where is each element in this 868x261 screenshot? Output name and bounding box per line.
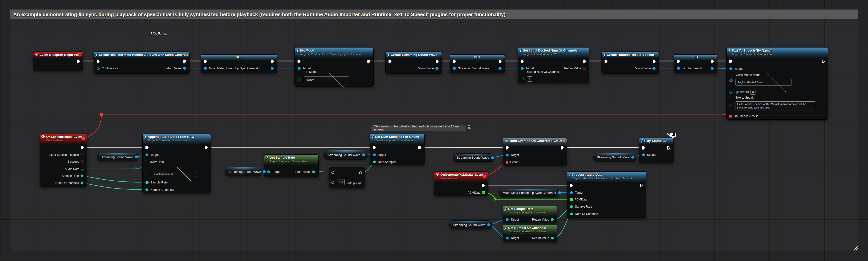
streaming-sound-wave-out-pin[interactable] xyxy=(135,156,138,158)
speaker-id-pin[interactable] xyxy=(730,91,733,94)
streaming-sound-wave-out-pin[interactable] xyxy=(491,156,494,159)
node-on-generate[interactable]: OnGeneratePCMData_EventCustom EventPCMDa… xyxy=(434,172,488,196)
exec-pin[interactable] xyxy=(561,146,564,150)
exec-pin[interactable] xyxy=(77,60,80,63)
node-set-ssw-var[interactable]: SETStreaming Sound Wave xyxy=(450,54,505,73)
target-pin[interactable] xyxy=(298,67,301,70)
node-comment-bubble[interactable]: This needs to be called so that audio is… xyxy=(371,125,466,132)
node-begin-play[interactable]: Event Blueprint Begin Play xyxy=(33,51,83,71)
target-pin[interactable] xyxy=(506,154,509,156)
desired-num-of-channels-box[interactable]: 1 xyxy=(527,76,532,81)
num-of-channels-pin[interactable] xyxy=(81,182,84,184)
node-create-lipsync[interactable]: ƒCreate Realistic Meta Human Lip Sync wi… xyxy=(94,51,189,74)
target-pin[interactable] xyxy=(146,153,149,156)
speaker-id-input[interactable]: 0 xyxy=(750,90,755,95)
num-samples-pin[interactable] xyxy=(373,160,376,163)
return-value-pin[interactable] xyxy=(183,67,186,70)
desired-num-of-channels-pin[interactable] xyxy=(521,78,524,80)
num-of-channels-pin[interactable] xyxy=(570,213,573,215)
on-speech-result-pin[interactable] xyxy=(730,115,732,117)
node-get-sample-rate-1[interactable]: ƒGet Sample RateTarget is Imported Sound… xyxy=(264,154,319,177)
in-mood-dropdown[interactable]: Happy xyxy=(304,76,349,83)
return-value-pin[interactable] xyxy=(435,67,439,70)
pill-ssw-6[interactable]: Streaming Sound Wave xyxy=(453,153,494,162)
text-to-speak-pin[interactable] xyxy=(730,105,733,107)
exec-pin[interactable] xyxy=(81,146,84,149)
exec-pin[interactable] xyxy=(711,60,714,63)
exec-pin[interactable] xyxy=(668,146,671,150)
return-value-pin[interactable] xyxy=(652,67,656,70)
pill-mood[interactable]: Mood Meta Human Lip Sync Generator xyxy=(499,189,559,197)
exec-pin[interactable] xyxy=(205,146,208,149)
target-pin[interactable] xyxy=(570,191,573,194)
node-bind-event[interactable]: Bind Event to On Generate PCMDataTargetE… xyxy=(503,138,567,165)
voice-model-name-pin[interactable] xyxy=(730,79,733,82)
comment-bubble-icons[interactable] xyxy=(468,125,470,130)
mood-meta-human-lip-sync-generator-out-pin[interactable] xyxy=(558,191,561,194)
divide-node[interactable]: ÷ 100 Add pin ⊕ xyxy=(329,167,365,188)
output-delegate-pin[interactable] xyxy=(483,175,486,178)
exec-pin[interactable] xyxy=(653,60,656,63)
node-set-mood[interactable]: ƒSet MoodTarget is Realistic Meta Human … xyxy=(294,47,374,86)
exec-pin[interactable] xyxy=(271,60,274,63)
target-pin[interactable] xyxy=(373,153,376,156)
streaming-sound-wave-out-pin[interactable] xyxy=(631,156,634,159)
exec-pin[interactable] xyxy=(499,60,502,63)
exec-pin[interactable] xyxy=(640,184,643,187)
exec-pin[interactable] xyxy=(436,60,439,63)
reroute-knot-delegate[interactable] xyxy=(100,113,103,116)
node-set-num-samples[interactable]: ƒSet Num Samples Per ChunkTarget is Impo… xyxy=(370,134,425,165)
success-pin[interactable] xyxy=(81,160,84,163)
exec-pin[interactable] xyxy=(583,60,586,63)
object-pin[interactable] xyxy=(711,67,714,70)
node-tts[interactable]: ƒText To Speech (By Name)Target is Runti… xyxy=(726,47,828,120)
raw-data-pin[interactable] xyxy=(146,160,148,163)
node-set-mood-var[interactable]: SETMood Meta Human Lip Sync Generator xyxy=(201,54,277,73)
audio-data-pin[interactable] xyxy=(81,167,84,171)
pcmdata-pin[interactable] xyxy=(570,198,573,201)
node-append-raw[interactable]: ƒAppend Audio Data From RAWTarget is Str… xyxy=(143,134,211,193)
add-pin-button[interactable]: Add pin ⊕ xyxy=(347,181,361,185)
pill-ssw-2[interactable]: Streaming Sound Wave xyxy=(225,167,261,176)
comment-header[interactable]: An example demonstrating lip sync during… xyxy=(10,9,858,20)
sound-pin[interactable] xyxy=(642,153,645,156)
node-set-channels[interactable]: ƒSet Initial Desired Num Of ChannelsTarg… xyxy=(518,47,589,83)
text-to-speech-instance-pin[interactable] xyxy=(81,153,84,156)
node-set-tts-var[interactable]: SETText to Speech xyxy=(674,54,717,73)
exec-pin[interactable] xyxy=(183,60,186,63)
object-pin[interactable] xyxy=(271,67,274,70)
streaming-sound-wave-out-pin[interactable] xyxy=(487,223,491,226)
exec-pin[interactable] xyxy=(822,60,825,63)
output-delegate-pin[interactable] xyxy=(79,53,81,56)
divide-input-b-pin[interactable] xyxy=(332,181,334,184)
target-pin[interactable] xyxy=(730,67,733,70)
object-pin[interactable] xyxy=(498,67,502,70)
return-value-pin[interactable] xyxy=(583,67,586,70)
pill-ssw-4[interactable]: Streaming Sound Wave xyxy=(593,153,636,161)
knot-byte-array[interactable] xyxy=(134,167,136,170)
pcmdata-pin[interactable] xyxy=(482,191,485,194)
divide-input-a-pin[interactable] xyxy=(332,171,334,174)
node-get-num-channels[interactable]: ƒGet Number Of ChannelsTarget is Importe… xyxy=(503,225,557,242)
output-delegate-pin[interactable] xyxy=(82,137,85,140)
raw-format-pin[interactable] xyxy=(146,173,149,176)
raw-format-dropdown[interactable]: Floating point 32-bit xyxy=(152,171,197,177)
voice-model-name-dropdown[interactable]: English (United States) - Kokoro (Bella) xyxy=(735,79,792,85)
exec-pin[interactable] xyxy=(367,60,371,63)
node-create-ssw[interactable]: ƒCreate Streaming Sound WaveReturn Value xyxy=(385,51,442,74)
sample-rate-pin[interactable] xyxy=(146,181,149,184)
text-to-speak-textarea[interactable]: Hello, world! The lips of the MetaHuman … xyxy=(736,102,815,110)
pill-ssw-3[interactable]: Streaming Sound Wave xyxy=(324,150,367,159)
pill-ssw-5[interactable]: Streaming Sound Wave xyxy=(450,220,492,229)
streaming-sound-wave-out-pin[interactable] xyxy=(362,153,366,156)
return-value-pin[interactable] xyxy=(551,218,554,221)
event-pin[interactable] xyxy=(506,161,508,163)
num-of-channels-pin[interactable] xyxy=(146,188,149,191)
exec-pin[interactable] xyxy=(482,184,485,187)
in-mood-pin[interactable] xyxy=(298,78,301,81)
pill-ssw-1[interactable]: Streaming Sound Wave xyxy=(97,153,138,161)
blueprint-canvas[interactable]: An example demonstrating lip sync during… xyxy=(0,0,868,261)
node-process-audio[interactable]: ƒProcess Audio DataTarget is Realistic M… xyxy=(567,172,646,218)
streaming-sound-wave-out-pin[interactable] xyxy=(263,170,266,173)
sample-rate-pin[interactable] xyxy=(81,175,84,177)
